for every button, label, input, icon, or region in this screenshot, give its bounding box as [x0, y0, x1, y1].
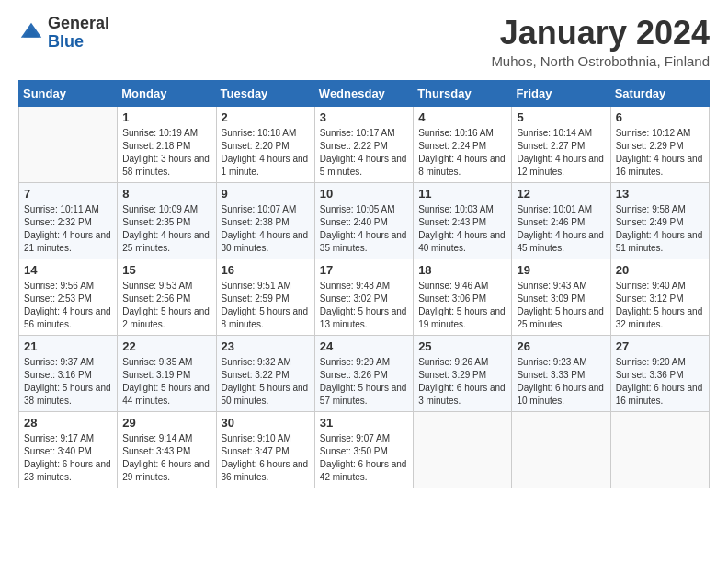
calendar-week-row: 14Sunrise: 9:56 AM Sunset: 2:53 PM Dayli…: [19, 259, 710, 335]
day-info: Sunrise: 9:51 AM Sunset: 2:59 PM Dayligh…: [222, 280, 310, 331]
calendar-cell: 10Sunrise: 10:05 AM Sunset: 2:40 PM Dayl…: [314, 182, 413, 259]
calendar-cell: 21Sunrise: 9:37 AM Sunset: 3:16 PM Dayli…: [19, 335, 118, 411]
logo-icon: [18, 20, 44, 46]
day-number: 24: [320, 339, 408, 353]
day-info: Sunrise: 10:16 AM Sunset: 2:24 PM Daylig…: [418, 127, 506, 178]
calendar-cell: [19, 106, 118, 182]
calendar-cell: 31Sunrise: 9:07 AM Sunset: 3:50 PM Dayli…: [314, 411, 413, 488]
location-subtitle: Muhos, North Ostrobothnia, Finland: [491, 53, 710, 69]
calendar-cell: 7Sunrise: 10:11 AM Sunset: 2:32 PM Dayli…: [19, 182, 118, 259]
day-number: 31: [320, 416, 408, 430]
day-number: 28: [24, 416, 112, 430]
day-info: Sunrise: 10:09 AM Sunset: 2:35 PM Daylig…: [122, 203, 210, 255]
day-info: Sunrise: 9:40 AM Sunset: 3:12 PM Dayligh…: [616, 280, 704, 331]
day-number: 11: [418, 187, 506, 201]
day-number: 6: [616, 110, 704, 124]
calendar-cell: 13Sunrise: 9:58 AM Sunset: 2:49 PM Dayli…: [610, 182, 709, 259]
day-info: Sunrise: 10:05 AM Sunset: 2:40 PM Daylig…: [320, 203, 408, 255]
day-info: Sunrise: 10:18 AM Sunset: 2:20 PM Daylig…: [222, 127, 310, 178]
day-number: 20: [616, 263, 704, 277]
calendar-cell: [512, 411, 610, 488]
calendar-header-row: Sunday Monday Tuesday Wednesday Thursday…: [19, 80, 710, 106]
col-wednesday: Wednesday: [314, 80, 413, 106]
day-number: 23: [222, 339, 310, 353]
day-info: Sunrise: 9:23 AM Sunset: 3:33 PM Dayligh…: [517, 356, 605, 408]
day-number: 17: [320, 263, 408, 277]
calendar-cell: 6Sunrise: 10:12 AM Sunset: 2:29 PM Dayli…: [610, 106, 709, 182]
calendar-cell: 27Sunrise: 9:20 AM Sunset: 3:36 PM Dayli…: [610, 335, 709, 411]
day-number: 3: [320, 110, 408, 124]
calendar-cell: 3Sunrise: 10:17 AM Sunset: 2:22 PM Dayli…: [314, 106, 413, 182]
calendar-cell: 19Sunrise: 9:43 AM Sunset: 3:09 PM Dayli…: [512, 259, 610, 335]
col-monday: Monday: [118, 80, 216, 106]
day-info: Sunrise: 10:19 AM Sunset: 2:18 PM Daylig…: [122, 127, 210, 178]
calendar-cell: 5Sunrise: 10:14 AM Sunset: 2:27 PM Dayli…: [512, 106, 610, 182]
calendar-cell: [610, 411, 709, 488]
day-info: Sunrise: 9:53 AM Sunset: 2:56 PM Dayligh…: [122, 280, 210, 331]
day-number: 4: [418, 110, 506, 124]
day-number: 19: [517, 263, 605, 277]
calendar-cell: 15Sunrise: 9:53 AM Sunset: 2:56 PM Dayli…: [118, 259, 216, 335]
day-number: 1: [122, 110, 210, 124]
day-info: Sunrise: 9:35 AM Sunset: 3:19 PM Dayligh…: [122, 356, 210, 408]
calendar-cell: 4Sunrise: 10:16 AM Sunset: 2:24 PM Dayli…: [414, 106, 512, 182]
day-info: Sunrise: 9:20 AM Sunset: 3:36 PM Dayligh…: [616, 356, 704, 408]
logo-blue-text: Blue: [48, 33, 109, 52]
day-number: 12: [517, 187, 605, 201]
calendar-cell: 2Sunrise: 10:18 AM Sunset: 2:20 PM Dayli…: [216, 106, 314, 182]
calendar-cell: 24Sunrise: 9:29 AM Sunset: 3:26 PM Dayli…: [314, 335, 413, 411]
day-info: Sunrise: 9:37 AM Sunset: 3:16 PM Dayligh…: [24, 356, 112, 408]
day-number: 8: [122, 187, 210, 201]
day-info: Sunrise: 9:46 AM Sunset: 3:06 PM Dayligh…: [418, 280, 506, 331]
day-info: Sunrise: 10:01 AM Sunset: 2:46 PM Daylig…: [517, 203, 605, 255]
logo-text: General Blue: [48, 15, 109, 52]
day-info: Sunrise: 9:56 AM Sunset: 2:53 PM Dayligh…: [24, 280, 112, 331]
calendar-cell: 8Sunrise: 10:09 AM Sunset: 2:35 PM Dayli…: [118, 182, 216, 259]
day-number: 29: [122, 416, 210, 430]
day-number: 7: [24, 187, 112, 201]
day-number: 21: [24, 339, 112, 353]
day-info: Sunrise: 10:14 AM Sunset: 2:27 PM Daylig…: [517, 127, 605, 178]
calendar-cell: 25Sunrise: 9:26 AM Sunset: 3:29 PM Dayli…: [414, 335, 512, 411]
day-number: 13: [616, 187, 704, 201]
day-info: Sunrise: 9:17 AM Sunset: 3:40 PM Dayligh…: [24, 432, 112, 484]
calendar-cell: 17Sunrise: 9:48 AM Sunset: 3:02 PM Dayli…: [314, 259, 413, 335]
col-thursday: Thursday: [414, 80, 512, 106]
day-info: Sunrise: 9:26 AM Sunset: 3:29 PM Dayligh…: [418, 356, 506, 408]
day-number: 5: [517, 110, 605, 124]
day-number: 26: [517, 339, 605, 353]
day-info: Sunrise: 9:32 AM Sunset: 3:22 PM Dayligh…: [222, 356, 310, 408]
day-info: Sunrise: 10:07 AM Sunset: 2:38 PM Daylig…: [222, 203, 310, 255]
calendar-cell: 28Sunrise: 9:17 AM Sunset: 3:40 PM Dayli…: [19, 411, 118, 488]
calendar-cell: 11Sunrise: 10:03 AM Sunset: 2:43 PM Dayl…: [414, 182, 512, 259]
calendar-cell: 22Sunrise: 9:35 AM Sunset: 3:19 PM Dayli…: [118, 335, 216, 411]
day-info: Sunrise: 9:58 AM Sunset: 2:49 PM Dayligh…: [616, 203, 704, 255]
day-info: Sunrise: 10:12 AM Sunset: 2:29 PM Daylig…: [616, 127, 704, 178]
day-number: 25: [418, 339, 506, 353]
title-block: January 2024 Muhos, North Ostrobothnia, …: [491, 15, 710, 69]
day-info: Sunrise: 9:29 AM Sunset: 3:26 PM Dayligh…: [320, 356, 408, 408]
page-header: General Blue January 2024 Muhos, North O…: [18, 15, 710, 69]
col-saturday: Saturday: [610, 80, 709, 106]
day-info: Sunrise: 9:14 AM Sunset: 3:43 PM Dayligh…: [122, 432, 210, 484]
day-number: 16: [222, 263, 310, 277]
calendar-cell: 14Sunrise: 9:56 AM Sunset: 2:53 PM Dayli…: [19, 259, 118, 335]
day-info: Sunrise: 9:48 AM Sunset: 3:02 PM Dayligh…: [320, 280, 408, 331]
day-info: Sunrise: 9:07 AM Sunset: 3:50 PM Dayligh…: [320, 432, 408, 484]
day-number: 27: [616, 339, 704, 353]
calendar-cell: 26Sunrise: 9:23 AM Sunset: 3:33 PM Dayli…: [512, 335, 610, 411]
day-number: 30: [222, 416, 310, 430]
logo: General Blue: [18, 15, 109, 52]
month-title: January 2024: [491, 15, 710, 52]
calendar-week-row: 1Sunrise: 10:19 AM Sunset: 2:18 PM Dayli…: [19, 106, 710, 182]
calendar-cell: 23Sunrise: 9:32 AM Sunset: 3:22 PM Dayli…: [216, 335, 314, 411]
day-number: 14: [24, 263, 112, 277]
calendar-cell: 1Sunrise: 10:19 AM Sunset: 2:18 PM Dayli…: [118, 106, 216, 182]
calendar-cell: 9Sunrise: 10:07 AM Sunset: 2:38 PM Dayli…: [216, 182, 314, 259]
day-info: Sunrise: 10:11 AM Sunset: 2:32 PM Daylig…: [24, 203, 112, 255]
day-number: 15: [122, 263, 210, 277]
calendar-cell: 29Sunrise: 9:14 AM Sunset: 3:43 PM Dayli…: [118, 411, 216, 488]
day-number: 9: [222, 187, 310, 201]
day-number: 10: [320, 187, 408, 201]
calendar-week-row: 7Sunrise: 10:11 AM Sunset: 2:32 PM Dayli…: [19, 182, 710, 259]
